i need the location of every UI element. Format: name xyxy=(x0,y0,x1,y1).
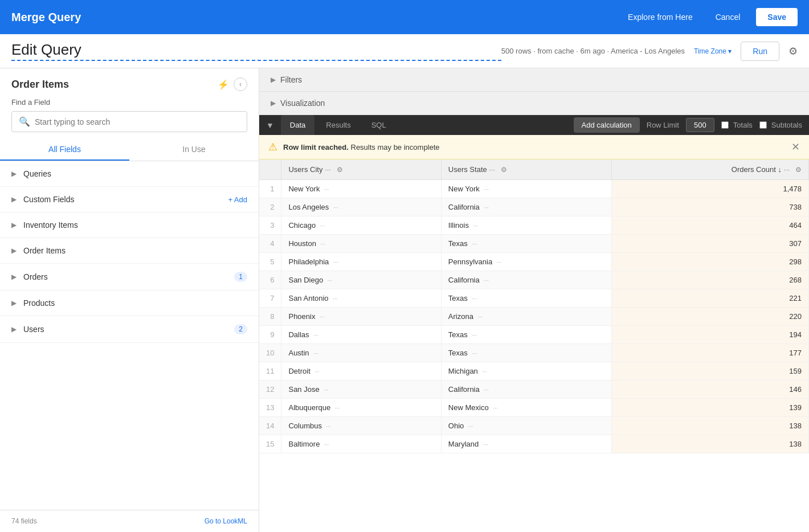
cell-city: Albuquerque ··· xyxy=(281,399,441,417)
header-actions: Explore from Here Cancel Save xyxy=(621,8,798,26)
table-row: 7 San Antonio ··· Texas ··· 221 xyxy=(259,289,809,308)
collapse-icon[interactable]: ‹ xyxy=(234,77,247,91)
warning-rest: Results may be incomplete xyxy=(351,143,440,152)
city-cell-dots: ··· xyxy=(326,423,331,429)
header: Merge Query Explore from Here Cancel Sav… xyxy=(0,0,809,34)
lightning-icon[interactable]: ⚡ xyxy=(218,79,229,90)
group-queries[interactable]: ▶ Queries xyxy=(0,161,259,187)
search-input[interactable] xyxy=(35,117,240,126)
group-products[interactable]: ▶ Products xyxy=(0,290,259,316)
state-cell-dots: ··· xyxy=(483,441,488,448)
city-cell-dots: ··· xyxy=(313,350,318,357)
chevron-inventory-icon: ▶ xyxy=(11,221,17,229)
city-cell-dots: ··· xyxy=(314,369,319,375)
city-cell-dots: ··· xyxy=(324,186,329,193)
cell-state: Pennsylvania ··· xyxy=(441,253,611,271)
col-orders-count[interactable]: Orders Count ↓ ··· ⚙ xyxy=(611,159,808,180)
cell-count: 159 xyxy=(611,362,808,380)
add-custom-field-button[interactable]: + Add xyxy=(228,195,247,204)
city-col-gear-icon[interactable]: ⚙ xyxy=(337,166,343,174)
cell-row-num: 11 xyxy=(259,362,281,380)
city-cell-dots: ··· xyxy=(320,314,324,320)
tab-in-use[interactable]: In Use xyxy=(129,139,259,161)
table-row: 11 Detroit ··· Michigan ··· 159 xyxy=(259,362,809,380)
fields-count: 74 fields xyxy=(11,517,37,525)
group-users[interactable]: ▶ Users 2 xyxy=(0,316,259,343)
subheader-meta: 500 rows · from cache · 6m ago · America… xyxy=(501,42,798,61)
settings-icon[interactable]: ⚙ xyxy=(788,45,798,58)
cell-city: Baltimore ··· xyxy=(281,435,441,453)
cell-state: Arizona ··· xyxy=(441,308,611,326)
warning-close-button[interactable]: ✕ xyxy=(791,141,800,153)
cell-city: Detroit ··· xyxy=(281,362,441,380)
state-cell-dots: ··· xyxy=(484,387,488,393)
tab-all-fields[interactable]: All Fields xyxy=(0,139,129,161)
group-inventory-items[interactable]: ▶ Inventory Items xyxy=(0,212,259,238)
table-row: 5 Philadelphia ··· Pennsylvania ··· 298 xyxy=(259,253,809,271)
chevron-users-icon: ▶ xyxy=(11,325,17,333)
content-area: ▶ Filters ▶ Visualization ▼ Data Results… xyxy=(259,68,809,532)
row-limit-input[interactable] xyxy=(686,118,714,132)
subtotals-checkbox[interactable] xyxy=(759,121,767,129)
subtotals-checkbox-group: Subtotals xyxy=(759,121,802,129)
city-cell-dots: ··· xyxy=(313,332,318,338)
city-col-options-icon[interactable]: ··· xyxy=(325,165,331,174)
cell-state: Texas ··· xyxy=(441,326,611,344)
add-calculation-button[interactable]: Add calculation xyxy=(574,117,640,133)
cell-row-num: 10 xyxy=(259,344,281,362)
warning-bold: Row limit reached. xyxy=(283,143,349,152)
col-users-state[interactable]: Users State ··· ⚙ xyxy=(441,159,611,180)
col-users-city[interactable]: Users City ··· ⚙ xyxy=(281,159,441,180)
cell-state: Texas ··· xyxy=(441,344,611,362)
cell-city: San Antonio ··· xyxy=(281,289,441,308)
state-col-options-icon[interactable]: ··· xyxy=(489,165,495,174)
cell-count: 138 xyxy=(611,417,808,435)
group-orders[interactable]: ▶ Orders 1 xyxy=(0,264,259,290)
totals-label: Totals xyxy=(733,121,753,129)
state-cell-dots: ··· xyxy=(472,350,476,357)
cell-city: San Jose ··· xyxy=(281,380,441,399)
count-col-options-icon[interactable]: ··· xyxy=(784,165,790,174)
app-title: Merge Query xyxy=(11,11,621,24)
filters-chevron-icon: ▶ xyxy=(271,76,276,84)
go-to-lookml-link[interactable]: Go to LookML xyxy=(205,517,247,525)
cell-count: 268 xyxy=(611,271,808,289)
state-cell-dots: ··· xyxy=(468,423,473,429)
cell-count: 220 xyxy=(611,308,808,326)
cell-state: California ··· xyxy=(441,380,611,399)
subtotals-label: Subtotals xyxy=(771,121,802,129)
cell-row-num: 12 xyxy=(259,380,281,399)
cell-state: California ··· xyxy=(441,271,611,289)
cell-state: Texas ··· xyxy=(441,235,611,253)
run-button[interactable]: Run xyxy=(741,42,779,61)
cell-state: New York ··· xyxy=(441,180,611,198)
save-button[interactable]: Save xyxy=(756,8,798,26)
explore-from-here-button[interactable]: Explore from Here xyxy=(621,8,700,26)
count-col-gear-icon[interactable]: ⚙ xyxy=(795,166,802,174)
table-row: 14 Columbus ··· Ohio ··· 138 xyxy=(259,417,809,435)
cell-city: Austin ··· xyxy=(281,344,441,362)
tab-data[interactable]: Data xyxy=(281,115,314,135)
group-custom-fields[interactable]: ▶ Custom Fields + Add xyxy=(0,187,259,212)
group-inventory-label: Inventory Items xyxy=(23,220,247,230)
cell-count: 221 xyxy=(611,289,808,308)
state-col-gear-icon[interactable]: ⚙ xyxy=(501,166,507,174)
filters-accordion-header[interactable]: ▶ Filters xyxy=(259,68,809,91)
group-order-items[interactable]: ▶ Order Items xyxy=(0,238,259,264)
meta-info: 500 rows · from cache · 6m ago · America… xyxy=(501,47,685,55)
city-cell-dots: ··· xyxy=(324,387,328,393)
tab-sql[interactable]: SQL xyxy=(362,115,395,135)
tab-results[interactable]: Results xyxy=(317,115,359,135)
table-row: 1 New York ··· New York ··· 1,478 xyxy=(259,180,809,198)
city-cell-dots: ··· xyxy=(333,204,338,211)
cancel-button[interactable]: Cancel xyxy=(709,8,747,26)
cell-row-num: 1 xyxy=(259,180,281,198)
chevron-custom-icon: ▶ xyxy=(11,195,17,203)
data-tab-arrow-icon: ▼ xyxy=(266,121,274,130)
timezone-selector[interactable]: Time Zone ▾ xyxy=(694,47,732,55)
search-box: 🔍 xyxy=(11,111,247,132)
chevron-orderitems-icon: ▶ xyxy=(11,247,17,255)
totals-checkbox[interactable] xyxy=(721,121,729,129)
state-cell-dots: ··· xyxy=(484,204,488,211)
visualization-accordion-header[interactable]: ▶ Visualization xyxy=(259,92,809,114)
